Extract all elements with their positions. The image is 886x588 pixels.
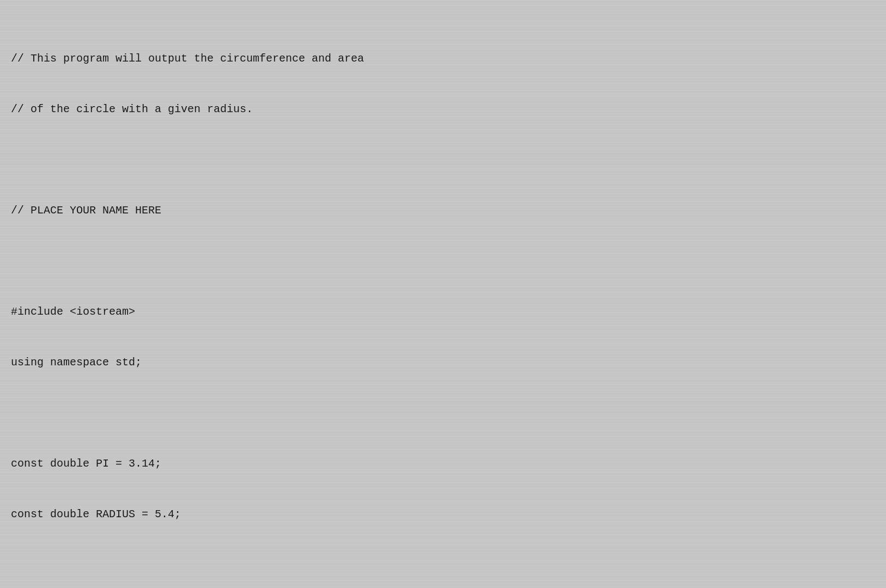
code-editor: // This program will output the circumfe… <box>11 16 875 588</box>
line-pi: const double PI = 3.14; <box>11 455 875 472</box>
line-include: #include <iostream> <box>11 303 875 320</box>
line-comment3: // PLACE YOUR NAME HERE <box>11 202 875 219</box>
line-comment1: // This program will output the circumfe… <box>11 50 875 67</box>
line-blank2 <box>11 253 875 270</box>
line-comment2: // of the circle with a given radius. <box>11 101 875 118</box>
line-using: using namespace std; <box>11 354 875 371</box>
line-blank3 <box>11 405 875 421</box>
line-blank1 <box>11 151 875 168</box>
line-radius: const double RADIUS = 5.4; <box>11 506 875 523</box>
line-blank4 <box>11 556 875 573</box>
